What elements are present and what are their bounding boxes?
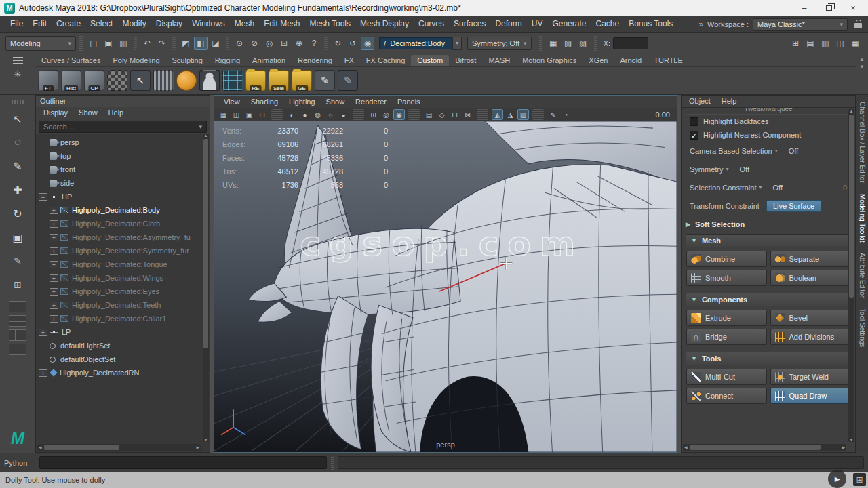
section-header-components[interactable]: ▼ Components: [686, 293, 851, 306]
scroll-left-icon[interactable]: ◀: [39, 445, 42, 449]
viewport-menu-item[interactable]: View: [220, 98, 244, 106]
expander-icon[interactable]: +: [50, 247, 58, 255]
resolution-gate-icon[interactable]: ▣: [243, 109, 255, 120]
viewport-scene[interactable]: cgsop.com Verts: 23370 22922 0 Edges:: [214, 121, 677, 452]
lighting-icon[interactable]: ☼: [325, 109, 336, 120]
outliner-item[interactable]: + Highpoly_Decimated:Symmetry_fur: [36, 244, 210, 258]
shelf-wirecube-button[interactable]: [222, 70, 243, 91]
viewport-menu-item[interactable]: Renderer: [351, 98, 391, 106]
scrollbar-thumb[interactable]: [690, 445, 821, 450]
menu-item[interactable]: Windows: [187, 16, 230, 32]
shelf-hist-button[interactable]: Hist: [61, 70, 81, 91]
expander-icon[interactable]: +: [39, 329, 47, 336]
multi-cut-button[interactable]: Multi-Cut: [686, 369, 767, 385]
select-tool-icon[interactable]: ↖: [9, 110, 26, 127]
scroll-up-icon[interactable]: ▲: [848, 109, 854, 113]
expander-icon[interactable]: +: [50, 302, 58, 309]
textured-icon[interactable]: ◍: [312, 109, 323, 120]
chevron-down-icon[interactable]: ▾: [452, 37, 462, 50]
outliner-item[interactable]: persp: [36, 136, 210, 149]
recorder-menu-icon[interactable]: ⊞: [853, 473, 866, 486]
toolbox-grip[interactable]: [12, 100, 24, 104]
shelf-tab[interactable]: TURTLE: [648, 55, 689, 66]
shelf-select-button[interactable]: [130, 70, 151, 91]
grease-pencil-icon[interactable]: ✎: [547, 109, 559, 120]
tab-attribute-editor[interactable]: Attribute Editor: [859, 253, 866, 298]
toolkit-checkbox[interactable]: Highlight Backfaces: [682, 115, 855, 128]
menu-item[interactable]: Modify: [117, 16, 151, 32]
command-input[interactable]: [39, 456, 327, 469]
new-scene-icon[interactable]: ▢: [87, 37, 100, 50]
smooth-shade-icon[interactable]: ●: [299, 109, 311, 120]
scroll-down-icon[interactable]: ▼: [848, 438, 854, 442]
construction-history-icon[interactable]: ◉: [361, 37, 374, 50]
film-gate-icon[interactable]: ◫: [231, 109, 242, 120]
outliner-menu-item[interactable]: Show: [74, 107, 102, 119]
outliner-item[interactable]: side: [36, 176, 210, 190]
view-cube-icon[interactable]: ▦: [218, 109, 229, 120]
toolkit-menu-item[interactable]: Object: [684, 96, 715, 107]
checkbox-icon[interactable]: [690, 131, 698, 140]
expander-icon[interactable]: [39, 166, 47, 174]
shelf-gear-icon[interactable]: ✳: [14, 70, 22, 79]
attribute-editor-toggle-icon[interactable]: ▥: [818, 37, 832, 50]
menu-overflow-icon[interactable]: »: [698, 20, 703, 29]
expander-icon[interactable]: [39, 356, 47, 363]
menu-item[interactable]: Edit Mesh: [259, 16, 304, 32]
expander-icon[interactable]: [39, 139, 47, 146]
menu-item[interactable]: Generate: [547, 16, 591, 32]
shelf-tab[interactable]: Motion Graphics: [516, 55, 583, 66]
lasso-tool-icon[interactable]: ◌: [9, 134, 26, 151]
isolate-select-icon[interactable]: ⊞: [368, 109, 379, 120]
outliner-item[interactable]: front: [36, 163, 210, 176]
layout-two-pane-button[interactable]: [9, 329, 26, 341]
menu-item[interactable]: UV: [527, 16, 548, 32]
undo-icon[interactable]: ↶: [140, 37, 154, 50]
shelf-scroll-up-icon[interactable]: ▲: [859, 57, 865, 62]
expander-icon[interactable]: [39, 152, 47, 160]
ipr-render-icon[interactable]: ▧: [561, 37, 575, 50]
menu-item[interactable]: Edit: [28, 16, 52, 32]
add-divisions-button[interactable]: Add Divisions: [770, 329, 851, 345]
input-connections-icon[interactable]: ↻: [331, 37, 344, 50]
shelf-pencil2-button[interactable]: [338, 70, 358, 91]
outliner-item[interactable]: top: [36, 149, 210, 163]
rotate-tool-icon[interactable]: ↻: [9, 205, 26, 222]
expander-icon[interactable]: +: [50, 315, 58, 323]
expander-icon[interactable]: +: [50, 234, 58, 241]
shelf-menu-icon[interactable]: [13, 57, 23, 64]
shelf-tab[interactable]: Arnold: [614, 55, 648, 66]
close-button[interactable]: ×: [841, 1, 865, 16]
combine-button[interactable]: Combine: [686, 251, 767, 267]
viewport-menu-item[interactable]: Panels: [393, 98, 425, 106]
scroll-right-icon[interactable]: ▶: [842, 445, 845, 449]
scroll-down-icon[interactable]: ▼: [203, 438, 209, 442]
minimize-button[interactable]: –: [792, 1, 816, 16]
expander-icon[interactable]: −: [39, 193, 47, 201]
outliner-menu-item[interactable]: Display: [39, 107, 73, 119]
oversampling-icon[interactable]: ⊠: [462, 109, 473, 120]
shelf-checker-button[interactable]: [107, 70, 127, 91]
expander-icon[interactable]: +: [50, 207, 58, 214]
soft-selection-header[interactable]: ▶ Soft Selection: [686, 220, 851, 228]
layout-four-pane-button[interactable]: [9, 315, 26, 327]
section-header-mesh[interactable]: ▼ Mesh: [686, 234, 851, 247]
quad-draw-button[interactable]: Quad Draw: [770, 388, 851, 404]
save-scene-icon[interactable]: ▥: [117, 37, 130, 50]
transform-constraint-selector[interactable]: Live Surface: [766, 200, 821, 212]
shelf-tab[interactable]: Animation: [246, 55, 292, 66]
shelf-tab[interactable]: FX: [338, 55, 360, 66]
outliner-menu-item[interactable]: Help: [104, 107, 129, 119]
expander-icon[interactable]: +: [50, 288, 58, 296]
scroll-left-icon[interactable]: ◀: [684, 445, 688, 449]
shelf-sphere-button[interactable]: [176, 70, 197, 91]
expander-icon[interactable]: +: [50, 261, 58, 268]
snap-view-plane-icon[interactable]: ⊕: [292, 37, 306, 50]
layout-single-pane-button[interactable]: [9, 301, 26, 312]
outliner-item[interactable]: + Highpoly_Decimated:Wings: [36, 271, 210, 285]
shelf-tab[interactable]: MASH: [482, 55, 516, 66]
shelf-scroll-down-icon[interactable]: ▼: [859, 64, 865, 70]
camera-based-selection-row[interactable]: Camera Based Selection ▾ Off: [682, 142, 855, 160]
shelf-tab[interactable]: Curves / Surfaces: [35, 55, 106, 66]
snap-grid-icon[interactable]: ⊙: [233, 37, 246, 50]
